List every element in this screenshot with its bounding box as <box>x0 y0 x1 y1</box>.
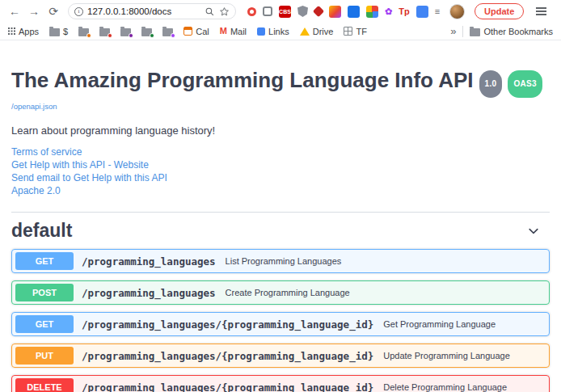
reload-icon[interactable]: ⟳ <box>45 3 61 19</box>
address-bar[interactable]: 127.0.0.1:8000/docs <box>68 3 236 19</box>
bookmarks-right-group: » Other Bookmarks <box>450 25 553 37</box>
tag-header-default[interactable]: default <box>11 213 550 249</box>
tf-grid-icon <box>344 27 352 36</box>
zoom-icon[interactable] <box>205 6 215 17</box>
bookmark-item[interactable]: Cal <box>183 27 209 36</box>
endpoint-summary: Delete Programming Language <box>383 382 507 392</box>
back-icon[interactable]: ← <box>6 3 23 19</box>
method-badge: GET <box>15 252 74 270</box>
endpoint-summary: List Programming Languages <box>226 256 342 266</box>
folder-icon <box>162 28 173 36</box>
extensions-toolbar: CBS✿Tp≡ <box>247 6 440 18</box>
endpoint-summary: Create Programming Language <box>226 288 350 297</box>
gray-outline-extension-icon[interactable] <box>263 6 272 16</box>
bookmarks-overflow-icon[interactable]: » <box>450 25 456 37</box>
bookmark-item[interactable]: Drive <box>300 27 334 36</box>
cbs-extension-icon[interactable]: CBS <box>279 6 291 18</box>
bookmark-item[interactable] <box>120 27 131 36</box>
info-links: Terms of service Get Help with this API … <box>11 146 550 197</box>
browser-menu-icon[interactable] <box>534 4 548 19</box>
bookmark-item[interactable]: TF <box>344 27 366 36</box>
browser-toolbar: ← → ⟳ 127.0.0.1:8000/docs CBS✿Tp≡ Update <box>0 0 561 23</box>
bookmark-label: Apps <box>19 27 39 36</box>
blue-camera-extension-icon[interactable] <box>348 6 360 18</box>
links-icon <box>257 27 265 36</box>
folder-icon <box>120 28 131 36</box>
endpoint-path: /programming_languages/{programming_lang… <box>82 318 373 331</box>
url-text: 127.0.0.1:8000/docs <box>87 6 200 16</box>
bookmark-item[interactable]: Mail <box>220 27 247 36</box>
endpoint-row[interactable]: PUT/programming_languages/{programming_l… <box>11 344 550 368</box>
api-description: Learn about programming language history… <box>11 124 550 137</box>
folder-icon <box>49 28 60 36</box>
method-badge: PUT <box>15 347 74 365</box>
folder-icon <box>99 28 110 36</box>
endpoint-path: /programming_languages <box>82 287 216 299</box>
method-badge: GET <box>15 315 74 333</box>
bookmark-star-icon[interactable] <box>219 6 230 17</box>
chevron-down-icon[interactable] <box>527 225 540 238</box>
site-info-icon[interactable] <box>74 7 83 16</box>
bookmark-label: TF <box>356 27 366 36</box>
bookmark-label: Mail <box>230 27 247 36</box>
blue-calendar-extension-icon[interactable] <box>416 6 428 18</box>
drive-icon <box>300 27 310 36</box>
bookmark-label: Links <box>268 27 289 36</box>
other-bookmarks-button[interactable]: Other Bookmarks <box>470 27 553 36</box>
endpoint-summary: Update Programming Language <box>383 351 510 360</box>
bookmark-item[interactable] <box>99 27 110 36</box>
swagger-page: The Amazing Programming Language Info AP… <box>0 40 561 392</box>
gmail-icon <box>220 27 227 36</box>
bookmark-item[interactable] <box>78 27 89 36</box>
apps-grid-icon <box>8 27 15 35</box>
endpoint-row[interactable]: GET/programming_languagesList Programmin… <box>11 249 550 273</box>
contact-website-link[interactable]: Get Help with this API - Website <box>11 159 550 171</box>
license-link[interactable]: Apache 2.0 <box>11 185 550 197</box>
api-title-text: The Amazing Programming Language Info AP… <box>11 68 474 92</box>
oas3-badge: OAS3 <box>508 70 542 98</box>
method-badge: POST <box>15 284 74 301</box>
bookmark-label: $ <box>63 27 68 36</box>
red-ring-extension-icon[interactable] <box>247 7 256 16</box>
endpoint-row[interactable]: DELETE/programming_languages/{programmin… <box>11 375 550 392</box>
terms-of-service-link[interactable]: Terms of service <box>11 146 550 158</box>
bookmark-label: Cal <box>196 27 209 36</box>
forward-icon[interactable]: → <box>26 3 42 19</box>
method-badge: DELETE <box>15 378 74 392</box>
bookmarks-list: Apps$CalMailLinksDriveTF <box>8 27 367 36</box>
bookmarks-divider <box>462 26 463 37</box>
version-badge: 1.0 <box>479 70 503 98</box>
endpoint-row[interactable]: GET/programming_languages/{programming_l… <box>11 312 550 336</box>
bookmark-item[interactable]: Apps <box>8 27 39 36</box>
tp-extension-icon[interactable]: Tp <box>399 6 409 16</box>
endpoint-summary: Get Programming Language <box>383 319 496 329</box>
colorful-grid-extension-icon[interactable] <box>366 6 378 18</box>
paintbrush-extension-icon[interactable] <box>329 6 341 18</box>
endpoint-list: GET/programming_languagesList Programmin… <box>11 249 550 392</box>
bookmarks-bar: Apps$CalMailLinksDriveTF » Other Bookmar… <box>0 23 561 40</box>
purple-flower-extension-icon[interactable]: ✿ <box>385 6 392 17</box>
endpoint-path: /programming_languages <box>82 255 216 268</box>
tag-title: default <box>11 220 72 242</box>
bookmark-label: Drive <box>313 27 334 36</box>
bookmark-item[interactable]: Links <box>257 27 289 36</box>
bookmark-item[interactable]: $ <box>49 27 68 36</box>
profile-avatar[interactable] <box>449 4 465 19</box>
folder-icon <box>78 28 89 36</box>
folder-icon <box>141 28 152 36</box>
other-bookmarks-label: Other Bookmarks <box>483 27 553 36</box>
bookmark-item[interactable] <box>141 27 152 36</box>
shield-extension-icon[interactable] <box>297 6 308 17</box>
endpoint-path: /programming_languages/{programming_lang… <box>82 381 373 392</box>
list-extension-icon[interactable]: ≡ <box>435 6 440 16</box>
update-button[interactable]: Update <box>475 3 524 19</box>
contact-email-link[interactable]: Send email to Get Help with this API <box>11 172 550 184</box>
page-title: The Amazing Programming Language Info AP… <box>11 68 550 98</box>
endpoint-path: /programming_languages/{programming_lang… <box>82 350 373 362</box>
calendar-icon <box>183 27 192 36</box>
bookmark-item[interactable] <box>162 27 173 36</box>
endpoint-row[interactable]: POST/programming_languagesCreate Program… <box>11 280 550 305</box>
red-diamond-extension-icon[interactable] <box>313 6 324 17</box>
openapi-spec-link[interactable]: /openapi.json <box>11 102 57 111</box>
folder-icon <box>470 28 480 36</box>
